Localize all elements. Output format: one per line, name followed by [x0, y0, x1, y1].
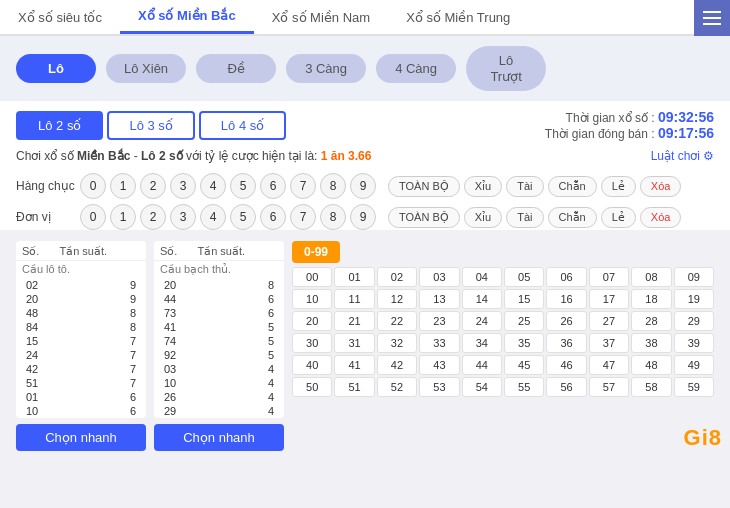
number-cell-23[interactable]: 23	[419, 311, 459, 331]
menu-button[interactable]	[694, 0, 730, 36]
number-cell-28[interactable]: 28	[631, 311, 671, 331]
number-cell-27[interactable]: 27	[589, 311, 629, 331]
number-cell-12[interactable]: 12	[377, 289, 417, 309]
number-cell-59[interactable]: 59	[674, 377, 714, 397]
don-vi-num-0[interactable]: 0	[80, 204, 106, 230]
don-vi-chan[interactable]: Chẵn	[548, 207, 597, 228]
sub-tab-lo4so[interactable]: Lô 4 số	[199, 111, 286, 140]
hang-chuc-num-2[interactable]: 2	[140, 173, 166, 199]
number-cell-44[interactable]: 44	[462, 355, 502, 375]
number-cell-05[interactable]: 05	[504, 267, 544, 287]
number-cell-57[interactable]: 57	[589, 377, 629, 397]
number-cell-38[interactable]: 38	[631, 333, 671, 353]
number-cell-50[interactable]: 50	[292, 377, 332, 397]
number-cell-18[interactable]: 18	[631, 289, 671, 309]
number-cell-22[interactable]: 22	[377, 311, 417, 331]
number-cell-40[interactable]: 40	[292, 355, 332, 375]
number-cell-00[interactable]: 00	[292, 267, 332, 287]
number-cell-14[interactable]: 14	[462, 289, 502, 309]
number-cell-17[interactable]: 17	[589, 289, 629, 309]
number-cell-19[interactable]: 19	[674, 289, 714, 309]
number-cell-36[interactable]: 36	[546, 333, 586, 353]
number-cell-29[interactable]: 29	[674, 311, 714, 331]
number-cell-25[interactable]: 25	[504, 311, 544, 331]
chon-nhanh-button-1[interactable]: Chọn nhanh	[16, 424, 146, 451]
number-cell-02[interactable]: 02	[377, 267, 417, 287]
hang-chuc-chan[interactable]: Chẵn	[548, 176, 597, 197]
number-cell-04[interactable]: 04	[462, 267, 502, 287]
number-cell-56[interactable]: 56	[546, 377, 586, 397]
don-vi-num-3[interactable]: 3	[170, 204, 196, 230]
don-vi-num-9[interactable]: 9	[350, 204, 376, 230]
number-cell-54[interactable]: 54	[462, 377, 502, 397]
number-cell-10[interactable]: 10	[292, 289, 332, 309]
number-cell-03[interactable]: 03	[419, 267, 459, 287]
sub-tab-lo2so[interactable]: Lô 2 số	[16, 111, 103, 140]
don-vi-tai[interactable]: Tài	[506, 207, 543, 228]
number-cell-43[interactable]: 43	[419, 355, 459, 375]
number-cell-37[interactable]: 37	[589, 333, 629, 353]
luat-choi-link[interactable]: Luật chơi ⚙	[651, 149, 714, 163]
number-cell-07[interactable]: 07	[589, 267, 629, 287]
hang-chuc-num-7[interactable]: 7	[290, 173, 316, 199]
hang-chuc-tai[interactable]: Tài	[506, 176, 543, 197]
don-vi-num-6[interactable]: 6	[260, 204, 286, 230]
number-cell-16[interactable]: 16	[546, 289, 586, 309]
hang-chuc-num-0[interactable]: 0	[80, 173, 106, 199]
sub-tab-lo3so[interactable]: Lô 3 số	[107, 111, 194, 140]
number-cell-08[interactable]: 08	[631, 267, 671, 287]
number-cell-53[interactable]: 53	[419, 377, 459, 397]
tab-4-cang[interactable]: 4 Càng	[376, 54, 456, 83]
number-cell-45[interactable]: 45	[504, 355, 544, 375]
number-cell-06[interactable]: 06	[546, 267, 586, 287]
don-vi-xoa[interactable]: Xóa	[640, 207, 682, 228]
tab-3-cang[interactable]: 3 Càng	[286, 54, 366, 83]
hang-chuc-xiu[interactable]: Xỉu	[464, 176, 502, 197]
number-cell-58[interactable]: 58	[631, 377, 671, 397]
hang-chuc-num-4[interactable]: 4	[200, 173, 226, 199]
number-cell-55[interactable]: 55	[504, 377, 544, 397]
nav-mien-nam[interactable]: Xổ số Miền Nam	[254, 0, 388, 34]
number-cell-46[interactable]: 46	[546, 355, 586, 375]
don-vi-xiu[interactable]: Xỉu	[464, 207, 502, 228]
number-cell-21[interactable]: 21	[334, 311, 374, 331]
number-cell-42[interactable]: 42	[377, 355, 417, 375]
nav-mien-trung[interactable]: Xổ số Miền Trung	[388, 0, 528, 34]
hang-chuc-num-9[interactable]: 9	[350, 173, 376, 199]
range-btn-0-99[interactable]: 0-99	[292, 241, 340, 263]
number-cell-33[interactable]: 33	[419, 333, 459, 353]
don-vi-num-4[interactable]: 4	[200, 204, 226, 230]
don-vi-num-1[interactable]: 1	[110, 204, 136, 230]
number-cell-31[interactable]: 31	[334, 333, 374, 353]
number-cell-15[interactable]: 15	[504, 289, 544, 309]
hang-chuc-xoa[interactable]: Xóa	[640, 176, 682, 197]
tab-de[interactable]: Đề	[196, 54, 276, 83]
number-cell-39[interactable]: 39	[674, 333, 714, 353]
hang-chuc-toan-bo[interactable]: TOÀN BỘ	[388, 176, 460, 197]
number-cell-20[interactable]: 20	[292, 311, 332, 331]
tab-lo[interactable]: Lô	[16, 54, 96, 83]
nav-sieu-toc[interactable]: Xổ số siêu tốc	[0, 0, 120, 34]
chon-nhanh-button-2[interactable]: Chọn nhanh	[154, 424, 284, 451]
hang-chuc-num-6[interactable]: 6	[260, 173, 286, 199]
number-cell-26[interactable]: 26	[546, 311, 586, 331]
hang-chuc-num-1[interactable]: 1	[110, 173, 136, 199]
number-cell-52[interactable]: 52	[377, 377, 417, 397]
number-cell-35[interactable]: 35	[504, 333, 544, 353]
number-cell-41[interactable]: 41	[334, 355, 374, 375]
don-vi-toan-bo[interactable]: TOÀN BỘ	[388, 207, 460, 228]
number-cell-47[interactable]: 47	[589, 355, 629, 375]
hang-chuc-le[interactable]: Lẻ	[601, 176, 636, 197]
don-vi-le[interactable]: Lẻ	[601, 207, 636, 228]
number-cell-11[interactable]: 11	[334, 289, 374, 309]
number-cell-13[interactable]: 13	[419, 289, 459, 309]
don-vi-num-7[interactable]: 7	[290, 204, 316, 230]
nav-mien-bac[interactable]: Xổ số Miền Bắc	[120, 0, 254, 34]
tab-lo-truot[interactable]: Lô Trượt	[466, 46, 546, 91]
hang-chuc-num-8[interactable]: 8	[320, 173, 346, 199]
number-cell-30[interactable]: 30	[292, 333, 332, 353]
number-cell-51[interactable]: 51	[334, 377, 374, 397]
number-cell-24[interactable]: 24	[462, 311, 502, 331]
number-cell-48[interactable]: 48	[631, 355, 671, 375]
tab-lo-xien[interactable]: Lô Xiên	[106, 54, 186, 83]
